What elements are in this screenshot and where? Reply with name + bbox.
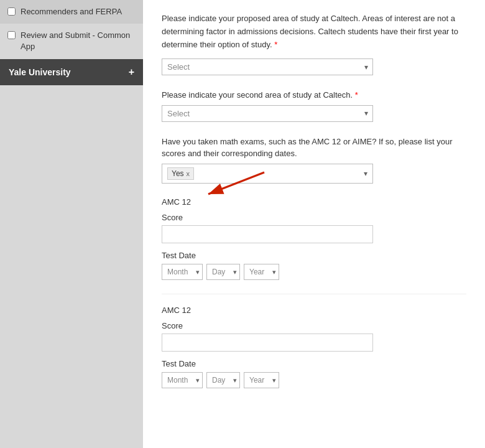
- amc2-title: AMC 12: [162, 306, 466, 315]
- yes-tag-text: Yes: [172, 169, 184, 178]
- amc1-year-wrapper[interactable]: Year: [244, 264, 279, 280]
- amc2-test-date-label: Test Date: [162, 359, 466, 368]
- amc1-score-input[interactable]: [162, 225, 373, 243]
- sidebar-item-recommenders[interactable]: Recommenders and FERPA: [0, 0, 143, 24]
- proposed-area-section: Please indicate your proposed area of st…: [162, 12, 466, 75]
- amc1-test-date-row: Month Day Year: [162, 264, 466, 280]
- section2-required: *: [355, 90, 358, 100]
- yale-expand-icon[interactable]: +: [129, 67, 134, 78]
- section2-label: Please indicate your second area of stud…: [162, 89, 466, 101]
- amc1-day-wrapper[interactable]: Day: [206, 264, 240, 280]
- area-of-study-select-wrapper[interactable]: Select: [162, 58, 373, 75]
- main-content: Please indicate your proposed area of st…: [143, 0, 485, 448]
- amc2-day-select[interactable]: Day: [206, 372, 240, 388]
- yes-select-arrow-icon[interactable]: ▾: [359, 169, 367, 178]
- amc2-day-wrapper[interactable]: Day: [206, 372, 240, 388]
- amc2-score-label: Score: [162, 321, 466, 330]
- amc2-year-wrapper[interactable]: Year: [244, 372, 279, 388]
- amc1-month-select[interactable]: Month: [162, 264, 203, 280]
- amc1-section: AMC 12 Score Test Date Month Day: [162, 197, 466, 280]
- sidebar-item-review-submit[interactable]: Review and Submit - Common App: [0, 24, 143, 58]
- section1-description: Please indicate your proposed area of st…: [162, 12, 466, 51]
- svg-line-1: [208, 172, 264, 194]
- amc1-title: AMC 12: [162, 197, 466, 207]
- yale-label: Yale University: [9, 67, 71, 77]
- amc2-section: AMC 12 Score Test Date Month Day: [162, 306, 466, 388]
- amc1-month-wrapper[interactable]: Month: [162, 264, 203, 280]
- area-of-study-select[interactable]: Select: [162, 58, 373, 75]
- amc2-score-input[interactable]: [162, 334, 373, 352]
- section-divider: [162, 294, 466, 294]
- second-area-section: Please indicate your second area of stud…: [162, 89, 466, 122]
- second-area-select-wrapper[interactable]: Select: [162, 105, 373, 122]
- amc2-year-select[interactable]: Year: [244, 372, 279, 388]
- amc2-month-wrapper[interactable]: Month: [162, 372, 203, 388]
- amc1-test-date-label: Test Date: [162, 251, 466, 260]
- red-arrow-annotation: [196, 169, 270, 200]
- second-area-select[interactable]: Select: [162, 105, 373, 122]
- recommenders-checkbox[interactable]: [7, 7, 16, 16]
- math-exams-label: Have you taken math exams, such as the A…: [162, 136, 466, 160]
- sidebar: Recommenders and FERPA Review and Submit…: [0, 0, 143, 448]
- amc2-test-date-row: Month Day Year: [162, 372, 466, 388]
- amc1-score-label: Score: [162, 213, 466, 222]
- yes-tag-remove[interactable]: x: [187, 170, 190, 177]
- review-submit-label: Review and Submit - Common App: [21, 30, 136, 52]
- amc1-year-select[interactable]: Year: [244, 264, 279, 280]
- amc2-month-select[interactable]: Month: [162, 372, 203, 388]
- amc1-day-select[interactable]: Day: [206, 264, 240, 280]
- section1-required: *: [274, 40, 277, 49]
- yes-tag: Yes x: [167, 167, 194, 180]
- sidebar-item-yale[interactable]: Yale University +: [0, 59, 143, 85]
- recommenders-label: Recommenders and FERPA: [21, 6, 122, 17]
- review-submit-checkbox[interactable]: [7, 31, 16, 39]
